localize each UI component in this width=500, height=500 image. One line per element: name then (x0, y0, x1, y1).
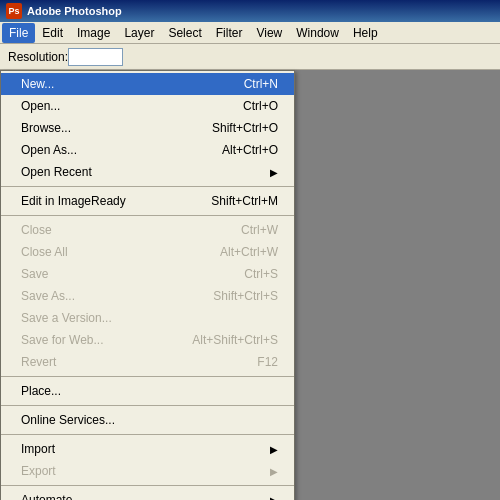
menu-open-as[interactable]: Open As...Alt+Ctrl+O (1, 139, 294, 161)
separator-after-online-services (1, 434, 294, 435)
menu-browse[interactable]: Browse...Shift+Ctrl+O (1, 117, 294, 139)
menu-item-image[interactable]: Image (70, 23, 117, 43)
submenu-arrow-open-recent: ▶ (270, 167, 278, 178)
menu-new[interactable]: New...Ctrl+N (1, 73, 294, 95)
shortcut-close: Ctrl+W (241, 223, 278, 237)
separator-after-open-recent (1, 186, 294, 187)
shortcut-open-as: Alt+Ctrl+O (222, 143, 278, 157)
menu-bar: FileEditImageLayerSelectFilterViewWindow… (0, 22, 500, 44)
menu-item-layer[interactable]: Layer (117, 23, 161, 43)
menu-label-save-version: Save a Version... (21, 311, 112, 325)
menu-label-browse: Browse... (21, 121, 71, 135)
menu-item-view[interactable]: View (249, 23, 289, 43)
menu-save: SaveCtrl+S (1, 263, 294, 285)
menu-save-version: Save a Version... (1, 307, 294, 329)
shortcut-save-as: Shift+Ctrl+S (213, 289, 278, 303)
menu-label-online-services: Online Services... (21, 413, 115, 427)
separator-after-place (1, 405, 294, 406)
main-area: New...Ctrl+NOpen...Ctrl+OBrowse...Shift+… (0, 70, 500, 500)
menu-item-filter[interactable]: Filter (209, 23, 250, 43)
separator-after-revert (1, 376, 294, 377)
menu-label-close: Close (21, 223, 52, 237)
resolution-label: Resolution: (8, 50, 68, 64)
menu-close-all: Close AllAlt+Ctrl+W (1, 241, 294, 263)
menu-automate[interactable]: Automate▶ (1, 489, 294, 500)
shortcut-revert: F12 (257, 355, 278, 369)
menu-label-open: Open... (21, 99, 60, 113)
menu-save-web: Save for Web...Alt+Shift+Ctrl+S (1, 329, 294, 351)
menu-edit-imageready[interactable]: Edit in ImageReadyShift+Ctrl+M (1, 190, 294, 212)
menu-item-help[interactable]: Help (346, 23, 385, 43)
menu-item-select[interactable]: Select (161, 23, 208, 43)
menu-import[interactable]: Import▶ (1, 438, 294, 460)
resolution-input[interactable] (68, 48, 123, 66)
menu-online-services[interactable]: Online Services... (1, 409, 294, 431)
menu-item-window[interactable]: Window (289, 23, 346, 43)
menu-label-save: Save (21, 267, 48, 281)
submenu-arrow-import: ▶ (270, 444, 278, 455)
submenu-arrow-automate: ▶ (270, 495, 278, 501)
menu-item-edit[interactable]: Edit (35, 23, 70, 43)
shortcut-new: Ctrl+N (244, 77, 278, 91)
shortcut-edit-imageready: Shift+Ctrl+M (211, 194, 278, 208)
shortcut-open: Ctrl+O (243, 99, 278, 113)
menu-label-close-all: Close All (21, 245, 68, 259)
menu-place[interactable]: Place... (1, 380, 294, 402)
menu-export: Export▶ (1, 460, 294, 482)
separator-after-edit-imageready (1, 215, 294, 216)
canvas-area (295, 70, 500, 500)
menu-label-revert: Revert (21, 355, 56, 369)
menu-label-save-as: Save As... (21, 289, 75, 303)
menu-label-new: New... (21, 77, 54, 91)
app-title: Adobe Photoshop (27, 5, 494, 17)
toolbar: Resolution: (0, 44, 500, 70)
menu-close: CloseCtrl+W (1, 219, 294, 241)
shortcut-browse: Shift+Ctrl+O (212, 121, 278, 135)
app-icon: Ps (6, 3, 22, 19)
menu-item-file[interactable]: File (2, 23, 35, 43)
menu-label-export: Export (21, 464, 56, 478)
separator-after-export (1, 485, 294, 486)
menu-label-open-as: Open As... (21, 143, 77, 157)
file-dropdown-menu: New...Ctrl+NOpen...Ctrl+OBrowse...Shift+… (0, 70, 295, 500)
menu-label-place: Place... (21, 384, 61, 398)
menu-label-save-web: Save for Web... (21, 333, 103, 347)
shortcut-save-web: Alt+Shift+Ctrl+S (192, 333, 278, 347)
submenu-arrow-export: ▶ (270, 466, 278, 477)
shortcut-save: Ctrl+S (244, 267, 278, 281)
menu-label-import: Import (21, 442, 55, 456)
shortcut-close-all: Alt+Ctrl+W (220, 245, 278, 259)
menu-open-recent[interactable]: Open Recent▶ (1, 161, 294, 183)
menu-label-edit-imageready: Edit in ImageReady (21, 194, 126, 208)
menu-save-as: Save As...Shift+Ctrl+S (1, 285, 294, 307)
menu-label-automate: Automate (21, 493, 72, 500)
menu-open[interactable]: Open...Ctrl+O (1, 95, 294, 117)
menu-label-open-recent: Open Recent (21, 165, 92, 179)
menu-revert: RevertF12 (1, 351, 294, 373)
title-bar: Ps Adobe Photoshop (0, 0, 500, 22)
